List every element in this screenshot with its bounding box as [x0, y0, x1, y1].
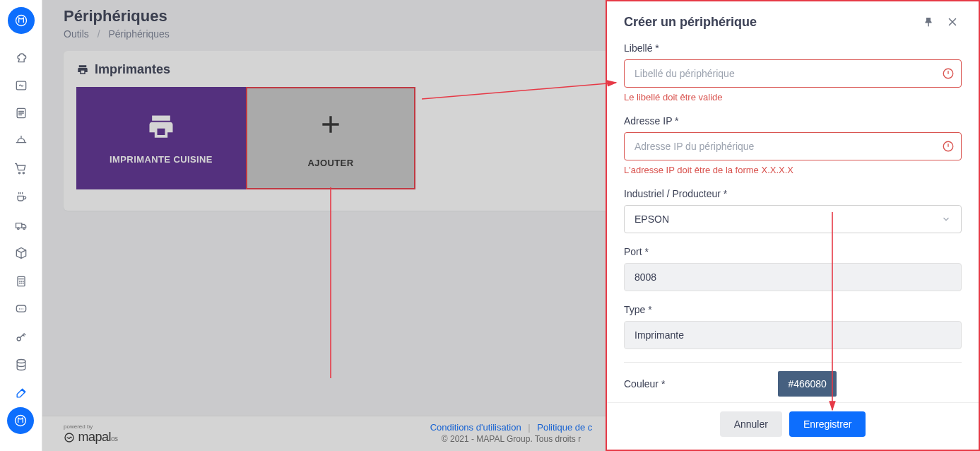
port-label: Port * — [624, 246, 962, 257]
svg-point-7 — [23, 227, 25, 229]
libelle-input[interactable] — [624, 59, 962, 88]
nav-truck-icon[interactable] — [7, 211, 35, 240]
drawer-body: Libellé * Le libellé doit être valide Ad… — [607, 42, 979, 402]
app-logo[interactable] — [8, 7, 35, 34]
ip-input[interactable] — [624, 132, 962, 160]
nav-database-icon[interactable] — [7, 351, 35, 379]
svg-point-4 — [23, 172, 24, 174]
color-label: Couleur * — [624, 378, 665, 390]
nav-heart-icon[interactable] — [7, 71, 35, 100]
app-logo-bottom[interactable] — [7, 407, 34, 434]
manufacturer-select[interactable]: EPSON — [624, 205, 962, 233]
chevron-down-icon — [941, 214, 951, 224]
svg-point-6 — [17, 227, 19, 229]
libelle-label: Libellé * — [624, 42, 962, 54]
port-group: Port * — [624, 246, 962, 291]
drawer-title: Créer un périphérique — [624, 15, 914, 30]
svg-point-0 — [16, 15, 26, 25]
nav-coffee-icon[interactable] — [7, 183, 35, 211]
sidebar — [0, 0, 42, 451]
manufacturer-label: Industriel / Producteur * — [624, 188, 962, 199]
nav-key-icon[interactable] — [7, 323, 35, 351]
save-button[interactable]: Enregistrer — [789, 411, 866, 437]
drawer-header: Créer un périphérique — [607, 1, 979, 42]
nav-chef-icon[interactable] — [7, 44, 35, 72]
drawer-footer: Annuler Enregistrer — [607, 402, 979, 450]
nav-bell-icon[interactable] — [7, 127, 35, 156]
alert-icon — [942, 67, 955, 80]
nav-chat-icon[interactable] — [7, 295, 35, 323]
type-group: Type * — [624, 304, 962, 349]
nav-list-icon[interactable] — [7, 100, 35, 128]
svg-point-3 — [18, 172, 20, 174]
svg-rect-5 — [16, 223, 21, 228]
nav-settings-icon[interactable] — [7, 379, 35, 407]
nav-box-icon[interactable] — [7, 239, 35, 267]
ip-error: L'adresse IP doit être de la forme X.X.X… — [624, 165, 962, 175]
ip-group: Adresse IP * L'adresse IP doit être de l… — [624, 115, 962, 175]
svg-point-11 — [17, 360, 25, 363]
svg-point-12 — [15, 416, 25, 426]
libelle-group: Libellé * Le libellé doit être valide — [624, 42, 962, 102]
nav-cart-icon[interactable] — [7, 156, 35, 184]
pin-icon[interactable] — [919, 13, 938, 31]
color-swatch[interactable]: #466080 — [778, 371, 837, 397]
libelle-error: Le libellé doit être valide — [624, 92, 962, 102]
type-label: Type * — [624, 304, 962, 315]
manufacturer-group: Industriel / Producteur * EPSON — [624, 188, 962, 233]
type-input[interactable] — [624, 321, 962, 349]
port-input[interactable] — [624, 263, 962, 291]
cancel-button[interactable]: Annuler — [720, 411, 782, 437]
divider — [624, 362, 962, 363]
close-icon[interactable] — [943, 13, 962, 31]
nav-calculator-icon[interactable] — [7, 267, 35, 295]
create-device-drawer: Créer un périphérique Libellé * Le libel… — [606, 0, 980, 451]
alert-icon — [942, 140, 955, 153]
ip-label: Adresse IP * — [624, 115, 962, 127]
color-group: Couleur * #466080 — [624, 371, 962, 397]
